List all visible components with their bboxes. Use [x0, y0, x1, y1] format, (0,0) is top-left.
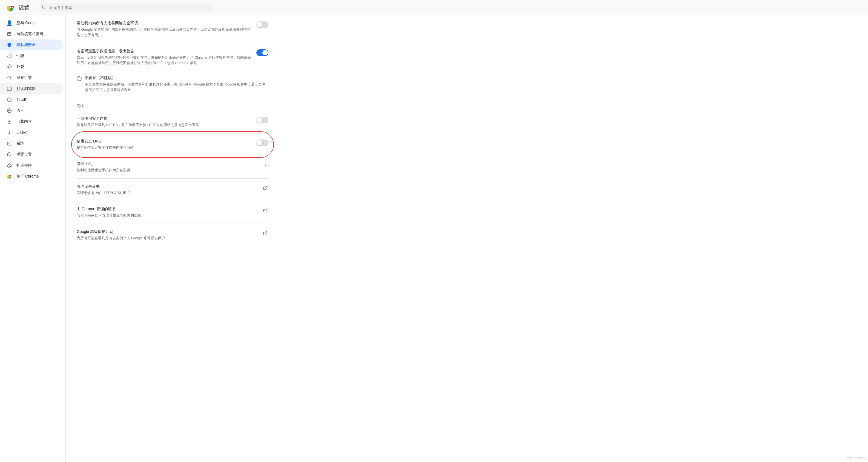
- manage-phone-item[interactable]: 管理手机 控制您使用哪些手机作为安全密钥: [77, 156, 269, 179]
- manage-device-certs-title: 管理设备证书: [77, 184, 257, 189]
- secure-dns-toggle[interactable]: [256, 140, 269, 146]
- password-leak-content: 若密码遭遇了数据泄露，发出警告 Chrome 会定期检查您的密码是否已被列在网上…: [77, 49, 252, 65]
- svg-point-12: [8, 76, 11, 79]
- languages-icon: [7, 108, 12, 114]
- sidebar-label-you-google: 您与 Google: [17, 21, 37, 26]
- help-network-item: 帮助我们为所有人改善网络安全环境 向 Google 发送您访问的部分网页的网址、…: [77, 16, 269, 43]
- sidebar-label-appearance: 外观: [17, 64, 24, 69]
- svg-point-9: [9, 68, 9, 69]
- svg-point-11: [11, 67, 11, 67]
- https-only-toggle[interactable]: [256, 117, 269, 123]
- manage-phone-content: 管理手机 控制您使用哪些手机作为安全密钥: [77, 161, 257, 173]
- settings-section: 帮助我们为所有人改善网络安全环境 向 Google 发送您访问的部分网页的网址、…: [77, 16, 269, 246]
- shield-icon: [7, 42, 12, 48]
- sidebar-label-extensions: 扩展程序: [17, 163, 32, 168]
- sidebar-item-appearance[interactable]: 外观: [0, 61, 63, 72]
- no-protection-title: 不保护（不建议）: [85, 75, 269, 81]
- svg-rect-14: [7, 87, 11, 90]
- svg-point-8: [9, 64, 9, 65]
- sidebar-item-you-google[interactable]: 👤 您与 Google: [0, 18, 63, 29]
- google-advanced-protection-content: Google 高级保护计划 为所有可能会遭到定向攻击的个人 Google 账号提…: [77, 229, 257, 241]
- google-advanced-protection-desc: 为所有可能会遭到定向攻击的个人 Google 账号提供保护: [77, 236, 257, 241]
- secure-dns-desc: 确定如何通过安全连接来连接到网站: [77, 145, 252, 150]
- svg-point-21: [9, 131, 10, 131]
- sidebar-label-search: 搜索引擎: [17, 75, 32, 80]
- system-icon: [7, 141, 12, 146]
- password-leak-title: 若密码遭遇了数据泄露，发出警告: [77, 49, 252, 54]
- default-browser-icon: [7, 86, 12, 92]
- search-input[interactable]: [38, 3, 214, 12]
- performance-icon: [7, 53, 12, 59]
- sidebar-item-languages[interactable]: 语言: [0, 105, 63, 116]
- sidebar-label-downloads: 下载内容: [17, 119, 32, 124]
- manage-device-certs-item[interactable]: 管理设备证书 管理您设备上的 HTTPS/SSL 证书: [77, 179, 269, 202]
- search-engine-icon: [7, 75, 12, 81]
- https-only-title: 一律使用安全连接: [77, 116, 252, 121]
- secure-dns-item: 使用安全 DNS 确定如何通过安全连接来连接到网站: [77, 133, 269, 156]
- sidebar-label-autofill: 自动填充和密码: [17, 32, 43, 36]
- chrome-certs-item[interactable]: 由 Chrome 管理的证书 与 Chrome 如何管理其根证书有关的信息: [77, 201, 269, 224]
- no-protection-radio[interactable]: [77, 76, 82, 81]
- search-icon: [42, 5, 46, 10]
- https-only-item: 一律使用安全连接 将导航路径升级到 HTTPS，并在加载不支持 HTTPS 的网…: [77, 111, 269, 133]
- svg-line-13: [10, 79, 11, 80]
- password-leak-toggle[interactable]: [256, 49, 269, 56]
- google-advanced-protection-item[interactable]: Google 高级保护计划 为所有可能会遭到定向攻击的个人 Google 账号提…: [77, 224, 269, 246]
- chrome-certs-external-icon: [262, 207, 269, 214]
- manage-device-certs-desc: 管理您设备上的 HTTPS/SSL 证书: [77, 190, 257, 196]
- chrome-certs-content: 由 Chrome 管理的证书 与 Chrome 如何管理其根证书有关的信息: [77, 207, 257, 218]
- manage-device-certs-content: 管理设备证书 管理您设备上的 HTTPS/SSL 证书: [77, 184, 257, 196]
- sidebar-item-about[interactable]: 关于 Chrome: [0, 171, 63, 182]
- page-title: 设置: [19, 4, 30, 11]
- password-leak-desc: Chrome 会定期检查您的密码是否已被列在网上发布的外泄密码列表内。当 Chr…: [77, 55, 252, 65]
- appearance-icon: [7, 64, 12, 70]
- sidebar-item-privacy[interactable]: 隐私和安全: [0, 39, 63, 51]
- sidebar-item-system[interactable]: 系统: [0, 138, 63, 149]
- reset-icon: [7, 152, 12, 157]
- help-network-toggle[interactable]: [256, 21, 269, 28]
- sidebar-item-autofill[interactable]: 自动填充和密码: [0, 29, 63, 39]
- sidebar-item-startup[interactable]: 启动时: [0, 94, 63, 105]
- sidebar-label-system: 系统: [17, 141, 24, 146]
- sidebar-item-default-browser[interactable]: 默认浏览器: [0, 83, 63, 94]
- sidebar-label-startup: 启动时: [17, 97, 28, 102]
- help-network-toggle-thumb: [257, 22, 262, 27]
- sidebar-label-default-browser: 默认浏览器: [17, 86, 36, 91]
- svg-point-3: [42, 6, 45, 8]
- top-bar: 设置: [0, 0, 868, 16]
- sidebar-item-extensions[interactable]: 扩展程序: [0, 160, 63, 171]
- extensions-icon: [7, 163, 12, 168]
- svg-line-4: [44, 8, 46, 9]
- watermark: CSDN 学姐小...: [847, 456, 866, 460]
- https-only-toggle-track: [256, 117, 269, 123]
- chevron-right-icon: [262, 162, 269, 168]
- chrome-certs-desc: 与 Chrome 如何管理其根证书有关的信息: [77, 213, 257, 218]
- password-leak-item: 若密码遭遇了数据泄露，发出警告 Chrome 会定期检查您的密码是否已被列在网上…: [77, 43, 269, 71]
- secure-dns-content: 使用安全 DNS 确定如何通过安全连接来连接到网站: [77, 139, 252, 150]
- external-link-icon: [262, 185, 269, 191]
- no-protection-desc: 不会保护您免受危险网站、下载内容和扩展程序的侵害。在 Gmail 和 Googl…: [85, 82, 269, 92]
- manage-phone-desc: 控制您使用哪些手机作为安全密钥: [77, 167, 257, 173]
- google-advanced-protection-title: Google 高级保护计划: [77, 229, 257, 234]
- person-icon: 👤: [7, 20, 12, 26]
- startup-icon: [7, 97, 12, 102]
- password-leak-toggle-track: [256, 49, 269, 56]
- chrome-certs-title: 由 Chrome 管理的证书: [77, 207, 257, 212]
- main-layout: 👤 您与 Google 自动填充和密码 隐私和安全 性能 外观: [0, 16, 868, 462]
- svg-rect-5: [7, 33, 11, 36]
- sidebar-label-accessibility: 无障碍: [17, 130, 28, 135]
- sidebar-item-performance[interactable]: 性能: [0, 51, 63, 61]
- google-protection-external-icon: [262, 230, 269, 237]
- search-container: [38, 3, 214, 12]
- sidebar-item-downloads[interactable]: 下载内容: [0, 116, 63, 127]
- https-only-toggle-thumb: [257, 117, 262, 123]
- sidebar-item-reset[interactable]: 重置设置: [0, 149, 63, 160]
- svg-point-7: [8, 66, 10, 68]
- chrome-logo-icon: [7, 4, 14, 11]
- sidebar-label-performance: 性能: [17, 54, 24, 58]
- advanced-heading: 高级: [77, 97, 269, 111]
- autofill-icon: [7, 31, 12, 37]
- sidebar-item-accessibility[interactable]: 无障碍: [0, 127, 63, 138]
- sidebar-item-search[interactable]: 搜索引擎: [0, 72, 63, 83]
- svg-line-27: [265, 232, 267, 234]
